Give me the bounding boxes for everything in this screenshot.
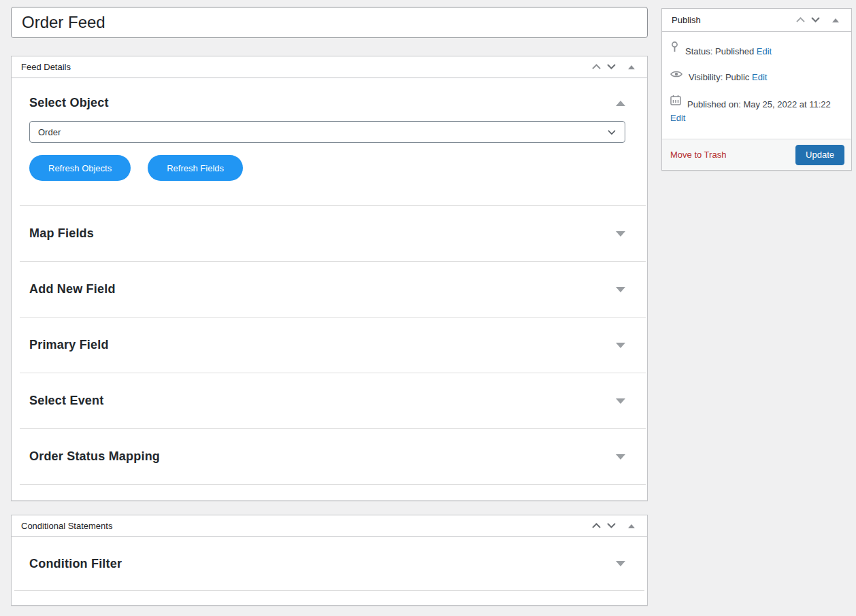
edit-status-link[interactable]: Edit [757,46,772,56]
triangle-down-icon[interactable] [616,561,625,566]
move-to-trash-link[interactable]: Move to Trash [670,150,726,160]
status-row: Status: Published Edit [670,41,843,58]
add-new-field-title: Add New Field [29,282,116,296]
triangle-down-icon[interactable] [616,398,625,404]
triangle-down-icon[interactable] [616,231,625,237]
select-object-title: Select Object [29,96,109,110]
triangle-up-icon[interactable] [616,101,625,106]
section-order-status-mapping[interactable]: Order Status Mapping [12,429,647,484]
move-down-button[interactable] [808,13,823,28]
refresh-buttons-row: Refresh Objects Refresh Fields [29,155,625,205]
eye-icon [670,69,682,82]
feed-details-body: Select Object Order Refresh Objects Refr… [12,78,647,500]
feed-details-metabox: Feed Details [11,56,648,501]
publish-metabox: Publish [661,8,852,171]
visibility-row: Visibility: Public Edit [670,69,843,84]
main-column: Feed Details [11,7,648,616]
chevron-up-icon [591,62,602,72]
feed-details-handle-actions [589,60,639,75]
triangle-down-icon[interactable] [616,454,625,460]
feed-details-header: Feed Details [12,56,647,78]
move-down-button[interactable] [604,60,619,75]
conditional-statements-title: Conditional Statements [21,521,112,531]
collapse-toggle-button[interactable] [624,519,639,534]
triangle-down-icon[interactable] [616,287,625,292]
move-up-button[interactable] [589,60,604,75]
collapse-triangle-icon [628,524,635,528]
chevron-up-icon [591,521,602,531]
update-button[interactable]: Update [795,145,844,165]
move-down-button[interactable] [604,519,619,534]
visibility-text: Visibility: Public [689,72,749,82]
chevron-down-icon [606,62,616,72]
move-up-button[interactable] [589,519,604,534]
conditional-handle-actions [589,519,639,534]
object-select-value: Order [38,127,61,137]
edit-published-on-link[interactable]: Edit [670,113,685,123]
section-select-event[interactable]: Select Event [12,373,647,428]
select-object-heading-row[interactable]: Select Object [29,96,625,110]
bottom-padding [12,591,647,605]
triangle-down-icon[interactable] [616,343,625,348]
move-up-button[interactable] [793,13,808,28]
collapse-triangle-icon [628,65,635,69]
conditional-statements-body: Condition Filter [12,537,647,605]
feed-title-input[interactable] [11,7,648,38]
publish-footer: Move to Trash Update [662,139,851,170]
feed-details-title: Feed Details [21,62,71,72]
conditional-statements-header: Conditional Statements [12,515,647,537]
section-map-fields[interactable]: Map Fields [12,206,647,261]
status-text: Status: Published [685,46,754,56]
collapse-toggle-button[interactable] [624,60,639,75]
calendar-icon [670,95,681,109]
chevron-down-icon [606,521,616,531]
primary-field-title: Primary Field [29,338,109,352]
collapse-triangle-icon [832,18,839,22]
publish-body: Status: Published Edit Visibility: Publi… [662,32,851,139]
sidebar-column: Publish [661,8,852,171]
published-on-text: Published on: May 25, 2022 at 11:22 [687,99,831,109]
publish-handle-actions [793,13,843,28]
order-status-mapping-title: Order Status Mapping [29,449,160,464]
refresh-fields-button[interactable]: Refresh Fields [148,155,243,181]
refresh-objects-button[interactable]: Refresh Objects [29,155,131,181]
conditional-statements-metabox: Conditional Statements [11,515,648,606]
bottom-padding [12,485,647,500]
chevron-down-icon [810,15,821,25]
chevron-down-icon [607,126,616,138]
object-select[interactable]: Order [29,121,625,143]
section-select-object: Select Object Order Refresh Objects Refr… [12,78,647,205]
pin-icon [670,41,679,56]
page: Feed Details [0,0,856,616]
publish-header: Publish [662,9,851,32]
section-condition-filter[interactable]: Condition Filter [12,537,647,590]
map-fields-title: Map Fields [29,226,94,241]
select-event-title: Select Event [29,394,103,408]
section-add-new-field[interactable]: Add New Field [12,262,647,317]
publish-title: Publish [672,15,701,25]
edit-visibility-link[interactable]: Edit [752,72,767,82]
collapse-toggle-button[interactable] [828,13,843,28]
published-on-row: Published on: May 25, 2022 at 11:22 Edit [670,95,843,125]
section-primary-field[interactable]: Primary Field [12,318,647,373]
chevron-up-icon [795,15,806,25]
condition-filter-title: Condition Filter [29,557,122,571]
